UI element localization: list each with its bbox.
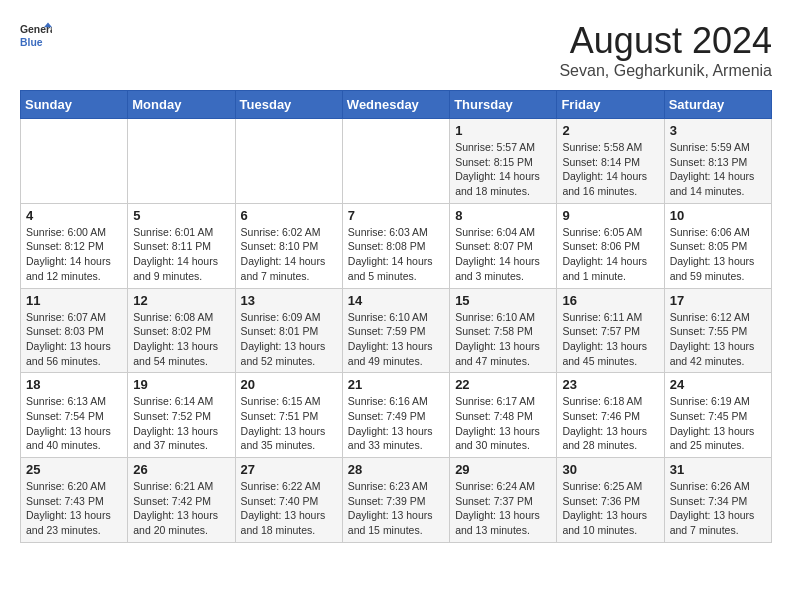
day-number: 28 [348, 462, 444, 477]
day-info: Sunrise: 6:17 AM Sunset: 7:48 PM Dayligh… [455, 394, 551, 453]
calendar-cell: 7Sunrise: 6:03 AM Sunset: 8:08 PM Daylig… [342, 203, 449, 288]
day-number: 1 [455, 123, 551, 138]
day-number: 4 [26, 208, 122, 223]
calendar-cell: 4Sunrise: 6:00 AM Sunset: 8:12 PM Daylig… [21, 203, 128, 288]
calendar-cell: 3Sunrise: 5:59 AM Sunset: 8:13 PM Daylig… [664, 119, 771, 204]
calendar-cell: 23Sunrise: 6:18 AM Sunset: 7:46 PM Dayli… [557, 373, 664, 458]
day-number: 14 [348, 293, 444, 308]
day-info: Sunrise: 6:15 AM Sunset: 7:51 PM Dayligh… [241, 394, 337, 453]
day-info: Sunrise: 6:16 AM Sunset: 7:49 PM Dayligh… [348, 394, 444, 453]
day-info: Sunrise: 6:08 AM Sunset: 8:02 PM Dayligh… [133, 310, 229, 369]
day-info: Sunrise: 6:10 AM Sunset: 7:58 PM Dayligh… [455, 310, 551, 369]
day-info: Sunrise: 6:26 AM Sunset: 7:34 PM Dayligh… [670, 479, 766, 538]
day-info: Sunrise: 5:58 AM Sunset: 8:14 PM Dayligh… [562, 140, 658, 199]
calendar-cell: 18Sunrise: 6:13 AM Sunset: 7:54 PM Dayli… [21, 373, 128, 458]
calendar-cell: 30Sunrise: 6:25 AM Sunset: 7:36 PM Dayli… [557, 458, 664, 543]
calendar-cell: 21Sunrise: 6:16 AM Sunset: 7:49 PM Dayli… [342, 373, 449, 458]
day-number: 12 [133, 293, 229, 308]
day-number: 2 [562, 123, 658, 138]
day-number: 21 [348, 377, 444, 392]
day-info: Sunrise: 5:59 AM Sunset: 8:13 PM Dayligh… [670, 140, 766, 199]
day-info: Sunrise: 6:05 AM Sunset: 8:06 PM Dayligh… [562, 225, 658, 284]
logo-icon: General Blue [20, 20, 52, 52]
day-number: 15 [455, 293, 551, 308]
day-info: Sunrise: 6:23 AM Sunset: 7:39 PM Dayligh… [348, 479, 444, 538]
day-number: 6 [241, 208, 337, 223]
title-section: August 2024 Sevan, Gegharkunik, Armenia [559, 20, 772, 80]
calendar-cell [342, 119, 449, 204]
calendar-cell: 6Sunrise: 6:02 AM Sunset: 8:10 PM Daylig… [235, 203, 342, 288]
weekday-header-tuesday: Tuesday [235, 91, 342, 119]
day-info: Sunrise: 6:10 AM Sunset: 7:59 PM Dayligh… [348, 310, 444, 369]
day-number: 29 [455, 462, 551, 477]
calendar-cell: 25Sunrise: 6:20 AM Sunset: 7:43 PM Dayli… [21, 458, 128, 543]
calendar-cell: 27Sunrise: 6:22 AM Sunset: 7:40 PM Dayli… [235, 458, 342, 543]
weekday-header-friday: Friday [557, 91, 664, 119]
day-number: 9 [562, 208, 658, 223]
week-row-3: 11Sunrise: 6:07 AM Sunset: 8:03 PM Dayli… [21, 288, 772, 373]
week-row-1: 1Sunrise: 5:57 AM Sunset: 8:15 PM Daylig… [21, 119, 772, 204]
calendar-cell: 26Sunrise: 6:21 AM Sunset: 7:42 PM Dayli… [128, 458, 235, 543]
calendar-cell: 11Sunrise: 6:07 AM Sunset: 8:03 PM Dayli… [21, 288, 128, 373]
calendar-cell: 15Sunrise: 6:10 AM Sunset: 7:58 PM Dayli… [450, 288, 557, 373]
week-row-4: 18Sunrise: 6:13 AM Sunset: 7:54 PM Dayli… [21, 373, 772, 458]
calendar-cell: 14Sunrise: 6:10 AM Sunset: 7:59 PM Dayli… [342, 288, 449, 373]
calendar-cell: 16Sunrise: 6:11 AM Sunset: 7:57 PM Dayli… [557, 288, 664, 373]
calendar-cell: 5Sunrise: 6:01 AM Sunset: 8:11 PM Daylig… [128, 203, 235, 288]
main-title: August 2024 [559, 20, 772, 62]
weekday-header-saturday: Saturday [664, 91, 771, 119]
calendar-cell: 10Sunrise: 6:06 AM Sunset: 8:05 PM Dayli… [664, 203, 771, 288]
calendar-cell: 17Sunrise: 6:12 AM Sunset: 7:55 PM Dayli… [664, 288, 771, 373]
day-info: Sunrise: 6:01 AM Sunset: 8:11 PM Dayligh… [133, 225, 229, 284]
day-info: Sunrise: 6:24 AM Sunset: 7:37 PM Dayligh… [455, 479, 551, 538]
day-info: Sunrise: 6:11 AM Sunset: 7:57 PM Dayligh… [562, 310, 658, 369]
weekday-header-row: SundayMondayTuesdayWednesdayThursdayFrid… [21, 91, 772, 119]
day-number: 25 [26, 462, 122, 477]
day-info: Sunrise: 6:13 AM Sunset: 7:54 PM Dayligh… [26, 394, 122, 453]
day-info: Sunrise: 6:20 AM Sunset: 7:43 PM Dayligh… [26, 479, 122, 538]
svg-text:Blue: Blue [20, 37, 43, 48]
weekday-header-monday: Monday [128, 91, 235, 119]
day-number: 16 [562, 293, 658, 308]
day-info: Sunrise: 6:00 AM Sunset: 8:12 PM Dayligh… [26, 225, 122, 284]
day-info: Sunrise: 6:12 AM Sunset: 7:55 PM Dayligh… [670, 310, 766, 369]
weekday-header-thursday: Thursday [450, 91, 557, 119]
calendar-cell: 9Sunrise: 6:05 AM Sunset: 8:06 PM Daylig… [557, 203, 664, 288]
calendar-cell: 24Sunrise: 6:19 AM Sunset: 7:45 PM Dayli… [664, 373, 771, 458]
calendar-table: SundayMondayTuesdayWednesdayThursdayFrid… [20, 90, 772, 543]
header: General Blue August 2024 Sevan, Gegharku… [20, 20, 772, 80]
subtitle: Sevan, Gegharkunik, Armenia [559, 62, 772, 80]
day-info: Sunrise: 6:19 AM Sunset: 7:45 PM Dayligh… [670, 394, 766, 453]
day-info: Sunrise: 6:22 AM Sunset: 7:40 PM Dayligh… [241, 479, 337, 538]
calendar-cell: 31Sunrise: 6:26 AM Sunset: 7:34 PM Dayli… [664, 458, 771, 543]
day-number: 20 [241, 377, 337, 392]
calendar-cell: 19Sunrise: 6:14 AM Sunset: 7:52 PM Dayli… [128, 373, 235, 458]
day-number: 26 [133, 462, 229, 477]
calendar-cell: 20Sunrise: 6:15 AM Sunset: 7:51 PM Dayli… [235, 373, 342, 458]
calendar-cell: 29Sunrise: 6:24 AM Sunset: 7:37 PM Dayli… [450, 458, 557, 543]
calendar-cell [128, 119, 235, 204]
day-info: Sunrise: 6:02 AM Sunset: 8:10 PM Dayligh… [241, 225, 337, 284]
day-number: 22 [455, 377, 551, 392]
weekday-header-wednesday: Wednesday [342, 91, 449, 119]
day-number: 5 [133, 208, 229, 223]
day-info: Sunrise: 6:18 AM Sunset: 7:46 PM Dayligh… [562, 394, 658, 453]
day-info: Sunrise: 6:03 AM Sunset: 8:08 PM Dayligh… [348, 225, 444, 284]
day-number: 19 [133, 377, 229, 392]
day-info: Sunrise: 6:25 AM Sunset: 7:36 PM Dayligh… [562, 479, 658, 538]
calendar-cell: 2Sunrise: 5:58 AM Sunset: 8:14 PM Daylig… [557, 119, 664, 204]
day-info: Sunrise: 5:57 AM Sunset: 8:15 PM Dayligh… [455, 140, 551, 199]
calendar-cell: 12Sunrise: 6:08 AM Sunset: 8:02 PM Dayli… [128, 288, 235, 373]
logo: General Blue [20, 20, 52, 52]
weekday-header-sunday: Sunday [21, 91, 128, 119]
calendar-cell: 28Sunrise: 6:23 AM Sunset: 7:39 PM Dayli… [342, 458, 449, 543]
week-row-5: 25Sunrise: 6:20 AM Sunset: 7:43 PM Dayli… [21, 458, 772, 543]
day-number: 10 [670, 208, 766, 223]
calendar-cell: 22Sunrise: 6:17 AM Sunset: 7:48 PM Dayli… [450, 373, 557, 458]
day-number: 24 [670, 377, 766, 392]
day-info: Sunrise: 6:09 AM Sunset: 8:01 PM Dayligh… [241, 310, 337, 369]
day-number: 23 [562, 377, 658, 392]
calendar-cell: 8Sunrise: 6:04 AM Sunset: 8:07 PM Daylig… [450, 203, 557, 288]
day-number: 8 [455, 208, 551, 223]
day-number: 17 [670, 293, 766, 308]
